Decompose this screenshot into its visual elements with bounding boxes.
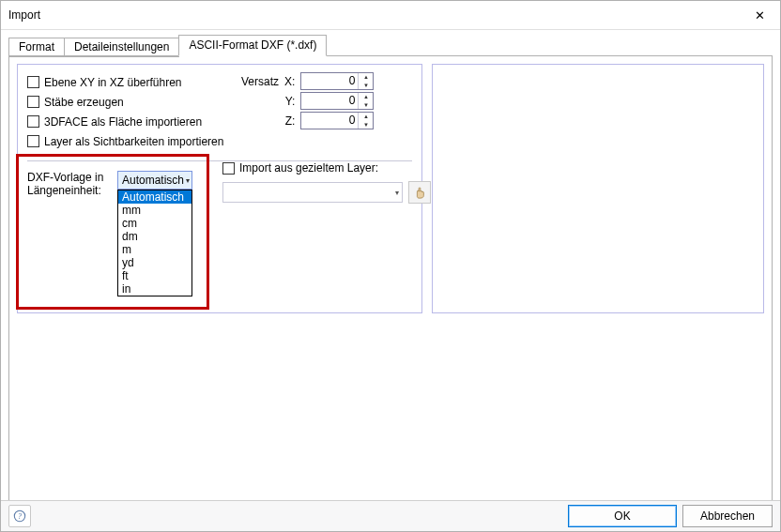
checkbox-xy-xz[interactable] (27, 76, 39, 88)
unit-option[interactable]: cm (118, 217, 191, 230)
help-button[interactable]: ? (8, 505, 31, 527)
svg-text:?: ? (18, 512, 22, 521)
layer-combobox[interactable]: ▾ (222, 182, 403, 203)
unit-option[interactable]: ft (118, 269, 191, 282)
spin-up-icon[interactable]: ▲ (359, 113, 373, 121)
spin-down-icon[interactable]: ▼ (359, 82, 373, 90)
chevron-down-icon: ▾ (395, 189, 399, 197)
spin-up-icon[interactable]: ▲ (359, 73, 373, 82)
left-panel: Ebene XY in XZ überführen Stäbe erzeugen… (17, 64, 422, 313)
checkbox-3dface-label: 3DFACE als Fläche importieren (44, 115, 202, 129)
tab-dxf[interactable]: ASCII-Format DXF (*.dxf) (178, 35, 327, 56)
offset-label: Versatz (241, 75, 279, 88)
help-icon: ? (13, 509, 26, 523)
unit-option[interactable]: m (118, 243, 191, 256)
offset-x-value: 0 (301, 73, 358, 89)
checkbox-3dface[interactable] (27, 115, 39, 128)
checkbox-targeted-layer-label: Import aus gezieltem Layer: (239, 161, 378, 175)
cancel-button[interactable]: Abbrechen (682, 505, 773, 527)
checkbox-xy-xz-label: Ebene XY in XZ überführen (44, 76, 182, 89)
checkbox-layer-visibility-label: Layer als Sichtbarkeiten importieren (44, 135, 223, 148)
right-panel (432, 64, 764, 313)
offset-y-spinner[interactable]: 0 ▲▼ (300, 92, 374, 110)
checkbox-targeted-layer[interactable] (222, 162, 235, 175)
hand-pick-icon (413, 186, 426, 199)
spin-up-icon[interactable]: ▲ (359, 93, 373, 101)
tab-detail[interactable]: Detaileinstellungen (64, 38, 179, 57)
spin-down-icon[interactable]: ▼ (359, 121, 373, 129)
checkbox-layer-visibility[interactable] (27, 135, 39, 147)
unit-option[interactable]: in (118, 282, 191, 296)
checkbox-staebe-label: Stäbe erzeugen (44, 96, 124, 109)
unit-option[interactable]: dm (118, 230, 191, 243)
offset-y-value: 0 (301, 93, 358, 109)
offset-z-spinner[interactable]: 0 ▲▼ (300, 112, 374, 129)
ok-button[interactable]: OK (568, 505, 677, 527)
unit-option[interactable]: mm (118, 204, 191, 217)
checkbox-staebe[interactable] (27, 96, 39, 108)
window-title: Import (8, 8, 40, 22)
tab-format[interactable]: Format (8, 38, 65, 57)
spin-down-icon[interactable]: ▼ (359, 101, 373, 110)
unit-dropdown[interactable]: Automatischmmcmdmmydftin (117, 190, 192, 296)
offset-z-label: Z: (284, 114, 295, 128)
close-button[interactable]: ✕ (739, 2, 780, 29)
unit-combobox-value: Automatisch (122, 174, 184, 187)
unit-combobox[interactable]: Automatisch ▾ (117, 171, 192, 190)
unit-option[interactable]: Automatisch (118, 190, 191, 204)
offset-z-value: 0 (301, 113, 358, 129)
offset-x-label: X: (284, 75, 295, 88)
unit-option[interactable]: yd (118, 256, 191, 269)
pick-layer-button[interactable] (408, 181, 431, 204)
offset-y-label: Y: (284, 95, 295, 108)
chevron-down-icon: ▾ (186, 176, 190, 185)
offset-x-spinner[interactable]: 0 ▲▼ (300, 72, 374, 90)
